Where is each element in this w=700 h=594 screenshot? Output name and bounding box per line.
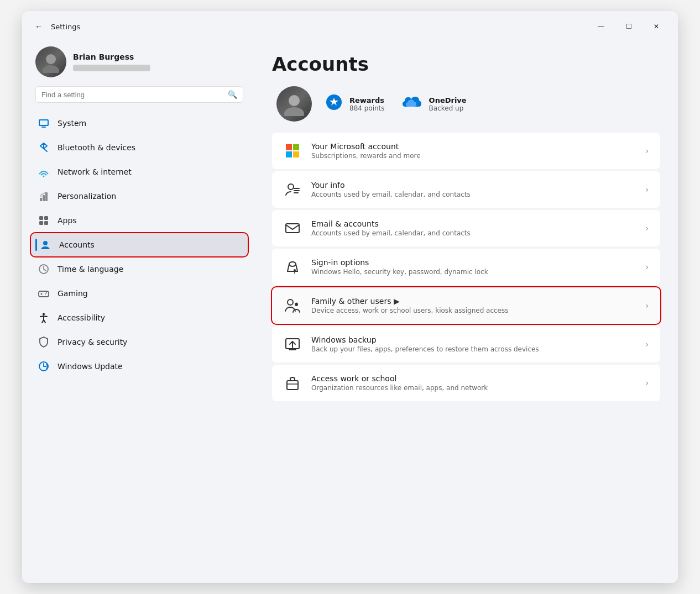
svg-rect-11 [39, 221, 43, 225]
close-button[interactable]: ✕ [644, 18, 669, 35]
sidebar-item-network[interactable]: Network & internet [31, 160, 248, 183]
bluetooth-icon [38, 141, 50, 154]
search-icon: 🔍 [228, 90, 237, 99]
svg-rect-15 [39, 291, 49, 297]
settings-item-email[interactable]: Email & accounts Accounts used by email,… [272, 210, 660, 246]
svg-point-17 [46, 292, 47, 293]
sidebar-item-label-accounts: Accounts [59, 240, 95, 249]
sidebar-item-label-personalization: Personalization [58, 192, 116, 201]
settings-list: Your Microsoft account Subscriptions, re… [272, 133, 660, 401]
cursor-icon: ▶ [394, 297, 400, 306]
microsoft-account-title: Your Microsoft account [311, 142, 635, 151]
sidebar-item-gaming[interactable]: Gaming [31, 282, 248, 305]
minimize-button[interactable]: — [588, 18, 614, 35]
sidebar-item-update[interactable]: Windows Update [31, 355, 248, 378]
chevron-icon: › [645, 301, 649, 310]
chevron-icon: › [645, 224, 649, 233]
sidebar-item-personalization[interactable]: Personalization [31, 185, 248, 208]
personalization-icon [38, 190, 50, 202]
work-text: Access work or school Organization resou… [311, 374, 635, 392]
signin-desc: Windows Hello, security key, password, d… [311, 268, 635, 276]
onedrive-info: OneDrive Backed up [429, 96, 467, 112]
settings-window: ← Settings — ☐ ✕ [22, 11, 678, 583]
settings-item-backup[interactable]: Windows backup Back up your files, apps,… [272, 326, 660, 362]
sidebar-item-label-gaming: Gaming [58, 289, 88, 298]
account-widgets: Rewards 884 points OneDrive [325, 93, 467, 115]
gaming-icon [38, 287, 50, 299]
sidebar-item-apps[interactable]: Apps [31, 209, 248, 232]
svg-rect-10 [44, 216, 48, 220]
accessibility-icon [38, 312, 50, 324]
svg-point-27 [288, 184, 294, 190]
microsoft-account-desc: Subscriptions, rewards and more [311, 152, 635, 160]
microsoft-account-text: Your Microsoft account Subscriptions, re… [311, 142, 635, 160]
page-title: Accounts [272, 53, 660, 75]
time-icon [38, 263, 50, 275]
your-info-desc: Accounts used by email, calendar, and co… [311, 191, 635, 198]
email-icon [284, 219, 301, 237]
sidebar-item-accessibility[interactable]: Accessibility [31, 306, 248, 329]
backup-desc: Back up your files, apps, preferences to… [311, 345, 635, 353]
sidebar-item-time[interactable]: Time & language [31, 257, 248, 281]
svg-rect-3 [41, 127, 46, 128]
user-email [73, 65, 150, 71]
your-info-text: Your info Accounts used by email, calend… [311, 181, 635, 198]
svg-point-21 [284, 107, 304, 116]
avatar [35, 46, 66, 77]
svg-rect-26 [293, 151, 299, 157]
onedrive-value: Backed up [429, 104, 467, 112]
titlebar: ← Settings — ☐ ✕ [22, 11, 678, 40]
svg-rect-28 [286, 224, 299, 233]
account-header: Rewards 884 points OneDrive [272, 86, 660, 122]
svg-point-1 [43, 65, 59, 73]
sidebar-item-privacy[interactable]: Privacy & security [31, 330, 248, 354]
sidebar-item-label-system: System [58, 119, 86, 128]
settings-item-your-info[interactable]: Your info Accounts used by email, calend… [272, 171, 660, 208]
microsoft-account-icon [284, 142, 301, 160]
rewards-value: 884 points [349, 104, 385, 112]
svg-rect-12 [44, 221, 48, 225]
sidebar-item-accounts[interactable]: Accounts [31, 233, 248, 256]
family-icon [284, 297, 301, 314]
rewards-label: Rewards [349, 96, 385, 104]
user-name: Brian Burgess [73, 52, 150, 61]
account-avatar [276, 86, 312, 122]
window-controls: — ☐ ✕ [588, 18, 669, 35]
backup-title: Windows backup [311, 335, 635, 344]
family-title: Family & other users ▶ [311, 297, 635, 306]
svg-point-31 [288, 299, 293, 305]
svg-rect-25 [286, 151, 292, 157]
svg-rect-34 [287, 381, 298, 390]
settings-item-microsoft-account[interactable]: Your Microsoft account Subscriptions, re… [272, 133, 660, 169]
your-info-icon [284, 181, 301, 198]
sidebar-item-label-accessibility: Accessibility [58, 313, 105, 322]
avatar-image [35, 46, 66, 77]
sidebar-item-label-apps: Apps [58, 216, 77, 225]
search-input[interactable] [41, 91, 223, 99]
onedrive-widget: OneDrive Backed up [403, 94, 467, 114]
search-box[interactable]: 🔍 [35, 86, 243, 103]
back-button[interactable]: ← [31, 19, 46, 34]
settings-item-family[interactable]: Family & other users ▶ Device access, wo… [272, 287, 660, 324]
chevron-icon: › [645, 379, 649, 387]
backup-icon [284, 335, 301, 353]
svg-point-16 [45, 293, 46, 295]
settings-item-work[interactable]: Access work or school Organization resou… [272, 365, 660, 401]
rewards-info: Rewards 884 points [349, 96, 385, 112]
privacy-icon [38, 336, 50, 348]
content-area: Brian Burgess 🔍 [22, 40, 678, 583]
svg-point-29 [289, 262, 296, 266]
sidebar-item-bluetooth[interactable]: Bluetooth & devices [31, 136, 248, 159]
chevron-icon: › [645, 185, 649, 194]
svg-rect-23 [286, 144, 292, 150]
backup-text: Windows backup Back up your files, apps,… [311, 335, 635, 353]
maximize-button[interactable]: ☐ [616, 18, 641, 35]
settings-item-signin[interactable]: Sign-in options Windows Hello, security … [272, 249, 660, 285]
rewards-widget: Rewards 884 points [325, 93, 385, 115]
sidebar-item-system[interactable]: System [31, 112, 248, 135]
svg-point-18 [43, 313, 45, 316]
signin-text: Sign-in options Windows Hello, security … [311, 258, 635, 276]
onedrive-icon [403, 94, 422, 114]
work-desc: Organization resources like email, apps,… [311, 384, 635, 392]
svg-rect-9 [39, 216, 43, 220]
